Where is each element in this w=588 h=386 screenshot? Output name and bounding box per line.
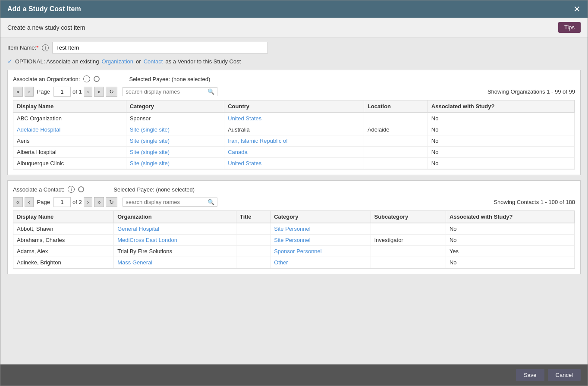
contact-title (236, 257, 270, 268)
org-pagination-row: « ‹ Page of 1 › » ↻ 🔍 Showing Organizati… (13, 87, 575, 97)
table-row[interactable]: Alberta Hospital Site (single site) Cana… (13, 147, 575, 158)
contact-selected-payee: Selected Payee: (none selected) (113, 186, 195, 193)
item-name-input[interactable] (52, 42, 268, 53)
table-row[interactable]: Adams, Alex Trial By Fire Solutions Spon… (13, 246, 575, 257)
org-display-name: Albuquerque Clinic (13, 158, 126, 169)
contact-display-name: Abbott, Shawn (13, 223, 114, 235)
table-row[interactable]: Aeris Site (single site) Iran, Islamic R… (13, 135, 575, 147)
org-location (364, 113, 428, 124)
contact-subcategory (371, 223, 446, 235)
org-next-page-btn[interactable]: › (84, 87, 92, 97)
table-row[interactable]: Albuquerque Clinic Site (single site) Un… (13, 158, 575, 169)
org-country: Canada (224, 147, 364, 158)
org-col-associated: Associated with Study? (428, 100, 574, 113)
org-page-input[interactable] (53, 87, 71, 97)
cancel-button[interactable]: Cancel (548, 369, 581, 381)
org-location (364, 147, 428, 158)
contact-table: Display Name Organization Title Category… (13, 211, 575, 268)
org-associated: No (428, 124, 574, 135)
tips-button[interactable]: Tips (558, 22, 581, 33)
org-col-display-name: Display Name (13, 100, 126, 113)
org-country: United States (224, 158, 364, 169)
table-row[interactable]: Abrahams, Charles MediCross East London … (13, 235, 575, 246)
org-showing-label: Showing Organizations 1 - 99 of 99 (487, 88, 575, 95)
org-of-label: of 1 (72, 88, 82, 95)
org-category: Site (single site) (126, 124, 224, 135)
org-selected-payee: Selected Payee: (none selected) (129, 76, 210, 82)
org-last-page-btn[interactable]: » (94, 87, 104, 97)
contact-col-associated: Associated with Study? (446, 211, 574, 223)
table-row[interactable]: Abbott, Shawn General Hospital Site Pers… (13, 223, 575, 235)
table-row[interactable]: Adelaide Hospital Site (single site) Aus… (13, 124, 575, 135)
contact-page-input[interactable] (53, 197, 71, 207)
contact-associated: No (446, 223, 574, 235)
contact-last-page-btn[interactable]: » (94, 197, 104, 207)
org-first-page-btn[interactable]: « (13, 87, 23, 97)
org-table: Display Name Category Country Location A… (13, 100, 575, 169)
contact-refresh-btn[interactable]: ↻ (106, 197, 117, 207)
org-category: Sponsor (126, 113, 224, 124)
org-col-country: Country (224, 100, 364, 113)
org-radio[interactable] (94, 76, 100, 82)
contact-category: Sponsor Personnel (270, 246, 371, 257)
contact-search-input[interactable] (126, 199, 208, 205)
close-button[interactable]: ✕ (573, 5, 581, 13)
contact-first-page-btn[interactable]: « (13, 197, 23, 207)
contact-category: Other (270, 257, 371, 268)
contact-associated: No (446, 257, 574, 268)
contact-display-name: Adams, Alex (13, 246, 114, 257)
contact-section-panel: Associate a Contact: i Selected Payee: (… (7, 180, 581, 274)
contact-associated: No (446, 235, 574, 246)
modal-subheader: Create a new study cost item Tips (0, 18, 588, 38)
contact-col-display-name: Display Name (13, 211, 114, 223)
org-country: Iran, Islamic Republic of (224, 135, 364, 147)
optional-org-link[interactable]: Organization (101, 58, 133, 65)
org-search-icon: 🔍 (208, 88, 214, 95)
contact-col-category: Category (270, 211, 371, 223)
org-section-panel: Associate an Organization: i Selected Pa… (7, 70, 581, 175)
contact-associated: Yes (446, 246, 574, 257)
org-display-name: Adelaide Hospital (13, 124, 126, 135)
org-associated: No (428, 135, 574, 147)
contact-col-subcategory: Subcategory (371, 211, 446, 223)
contact-showing-label: Showing Contacts 1 - 100 of 188 (494, 199, 575, 205)
contact-organization: MediCross East London (114, 235, 236, 246)
contact-display-name: Adineke, Brighton (13, 257, 114, 268)
contact-subcategory: Investigator (371, 235, 446, 246)
contact-category: Site Personnel (270, 223, 371, 235)
org-refresh-btn[interactable]: ↻ (106, 87, 117, 97)
org-category: Site (single site) (126, 135, 224, 147)
item-name-row: Item Name:* i (7, 42, 581, 53)
optional-checkbox-icon[interactable]: ✓ (7, 58, 13, 65)
modal-header: Add a Study Cost Item ✕ (0, 0, 588, 18)
org-associated: No (428, 113, 574, 124)
contact-organization: General Hospital (114, 223, 236, 235)
contact-page-label: Page (37, 199, 50, 205)
modal-subtitle: Create a new study cost item (7, 24, 85, 31)
org-country: United States (224, 113, 364, 124)
contact-radio[interactable] (78, 186, 84, 192)
table-row[interactable]: ABC Organization Sponsor United States N… (13, 113, 575, 124)
contact-subcategory (371, 246, 446, 257)
optional-text-after: as a Vendor to this Study Cost (165, 58, 241, 65)
contact-info-icon: i (68, 186, 75, 193)
org-table-wrap: Display Name Category Country Location A… (13, 100, 575, 169)
contact-next-page-btn[interactable]: › (84, 197, 92, 207)
save-button[interactable]: Save (516, 369, 544, 381)
optional-contact-link[interactable]: Contact (144, 58, 163, 65)
org-country: Australia (224, 124, 364, 135)
table-row[interactable]: Adineke, Brighton Mass General Other No (13, 257, 575, 268)
org-col-category: Category (126, 100, 224, 113)
org-prev-page-btn[interactable]: ‹ (25, 87, 33, 97)
contact-title (236, 235, 270, 246)
org-category: Site (single site) (126, 147, 224, 158)
item-name-info-icon: i (42, 44, 49, 51)
optional-text-before: OPTIONAL: Associate an existing (15, 58, 99, 65)
contact-subcategory (371, 257, 446, 268)
contact-col-organization: Organization (114, 211, 236, 223)
contact-header-row: Associate a Contact: i Selected Payee: (… (13, 186, 575, 193)
contact-prev-page-btn[interactable]: ‹ (25, 197, 33, 207)
org-location: Adelaide (364, 124, 428, 135)
org-search-input[interactable] (126, 88, 208, 95)
contact-search-icon: 🔍 (208, 199, 214, 205)
